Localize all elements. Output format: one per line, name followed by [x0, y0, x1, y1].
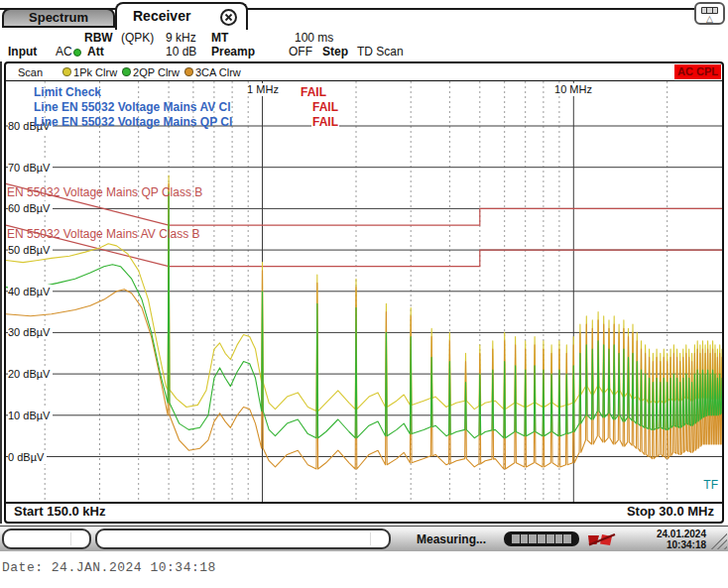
transducer-indicator: TF: [703, 478, 718, 492]
trace-color-dot-icon: [62, 67, 71, 76]
legend-trace-item: 2QP Clrw: [122, 66, 180, 78]
on-screen-keyboard-button[interactable]: △: [694, 2, 725, 25]
resize-grip-icon[interactable]: [707, 529, 727, 549]
softkey-panel-small[interactable]: [2, 529, 91, 549]
x-axis-tick-label: 10 MHz: [553, 83, 593, 96]
meas-time-value: 100 ms: [295, 31, 333, 45]
legend-trace-item: 1Pk Clrw: [62, 66, 117, 78]
input-coupling-value: AC: [56, 45, 72, 59]
tab-receiver[interactable]: Receiver: [115, 2, 248, 30]
limit-check-result: FAIL: [300, 85, 327, 99]
trace-legend: Scan 1Pk Clrw2QP Clrw3CA Clrw AC CPL: [6, 63, 722, 81]
y-axis-tick-label: 40 dBµV: [8, 285, 53, 298]
input-label: Input: [8, 45, 37, 59]
legend-trace-item: 3CA Clrw: [184, 66, 241, 78]
close-icon[interactable]: [220, 9, 237, 26]
trace-label: 1Pk Clrw: [73, 66, 117, 78]
keyboard-collapse-icon: △: [696, 13, 723, 25]
y-axis-tick-label: 60 dBµV: [8, 201, 53, 215]
limit-check-title: Limit Check: [34, 85, 101, 99]
frequency-axis-bar: Start 150.0 kHz Stop 30.0 MHz: [6, 502, 722, 521]
meas-time-label: MT: [211, 31, 228, 45]
y-axis-tick-label: 20 dBµV: [8, 367, 53, 381]
tab-spectrum[interactable]: Spectrum: [2, 8, 115, 28]
step-label: Step: [322, 45, 348, 59]
limit-check-row: Line EN 55032 Voltage Mains QP ClFAIL: [34, 115, 232, 130]
input-status-led: [73, 49, 81, 57]
trace-color-dot-icon: [184, 67, 193, 76]
alert-icon: [585, 531, 621, 551]
y-axis-tick-label: 70 dBµV: [8, 161, 53, 175]
limit-line-annotation: EN 55032 Voltage Mains AV Class B: [7, 227, 200, 241]
scan-window: Scan 1Pk Clrw2QP Clrw3CA Clrw AC CPL 80 …: [4, 61, 724, 524]
step-value: TD Scan: [357, 45, 404, 59]
scan-progress-bar: [504, 531, 579, 546]
trace-color-dot-icon: [122, 67, 131, 76]
screenshot-date-caption: Date: 24.JAN.2024 10:34:18: [2, 560, 216, 575]
scan-title: Scan: [18, 66, 43, 78]
measurement-status: Measuring...: [417, 532, 486, 546]
rbw-value: 9 kHz: [166, 31, 196, 45]
y-axis-tick-label: 30 dBµV: [8, 325, 53, 339]
datetime-display: 24.01.2024 10:34:18: [657, 529, 706, 550]
plot-canvas: [6, 81, 722, 502]
limit-check-header: Limit Check FAIL: [34, 85, 101, 100]
limit-check-result: FAIL: [311, 115, 339, 129]
rbw-detector: (QPK): [121, 31, 154, 45]
screen-edge: [0, 61, 2, 524]
attenuation-value: 10 dB: [166, 45, 196, 59]
spectrum-plot[interactable]: 80 dBµV70 dBµV60 dBµV50 dBµV40 dBµV30 dB…: [6, 81, 722, 502]
limit-check-row: Line EN 55032 Voltage Mains AV ClFAIL: [34, 100, 231, 115]
instrument-screen: Spectrum Receiver △ RBW (QPK) 9 kHz MT 1…: [0, 0, 728, 551]
status-bar: Measuring... 24.01.2024 10:34:18: [0, 526, 728, 551]
attenuation-label: Att: [87, 45, 104, 59]
limit-line-annotation: EN 55032 Voltage Mains QP Class B: [7, 185, 202, 199]
x-axis-tick-label: 1 MHz: [246, 83, 280, 96]
y-axis-tick-label: 0 dBµV: [8, 450, 47, 464]
rbw-label: RBW: [84, 31, 113, 45]
stop-frequency: Stop 30.0 MHz: [627, 504, 714, 521]
y-axis-tick-label: 10 dBµV: [8, 409, 53, 422]
trace-label: 2QP Clrw: [133, 66, 180, 78]
softkey-panel-wide[interactable]: [95, 529, 391, 549]
limit-line-name: Line EN 55032 Voltage Mains AV Cl: [34, 100, 231, 114]
y-axis-tick-label: 50 dBµV: [8, 243, 53, 257]
status-time: 10:34:18: [667, 539, 706, 550]
limit-check-result: FAIL: [311, 100, 339, 114]
tab-receiver-label: Receiver: [133, 8, 190, 24]
preamp-value: OFF: [289, 45, 312, 59]
coupling-badge: AC CPL: [674, 64, 721, 79]
start-frequency: Start 150.0 kHz: [14, 504, 106, 521]
status-date: 24.01.2024: [657, 529, 706, 539]
trace-label: 3CA Clrw: [195, 66, 241, 78]
limit-line-name: Line EN 55032 Voltage Mains QP Cl: [34, 115, 232, 129]
preamp-label: Preamp: [211, 45, 255, 59]
